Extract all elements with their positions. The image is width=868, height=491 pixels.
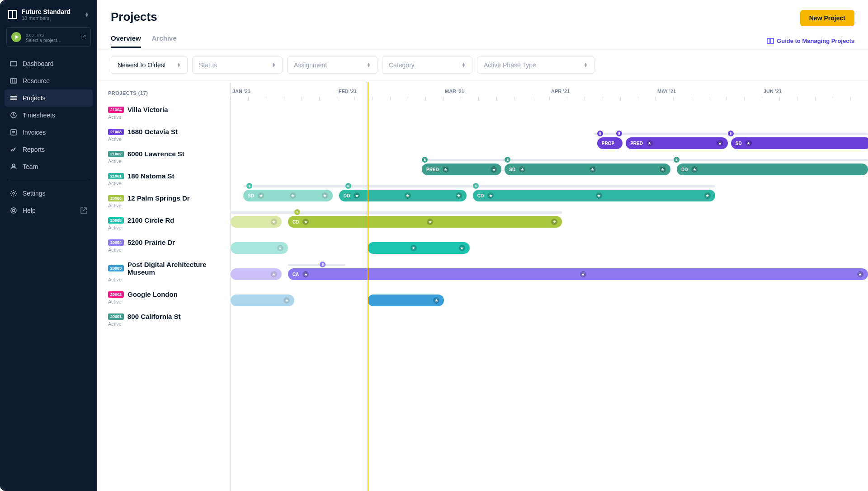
star-icon: ★ (459, 245, 465, 251)
nav-divider (8, 180, 89, 180)
star-icon: ★ (443, 166, 449, 173)
project-item[interactable]: 200052100 Circle RdActive (97, 212, 230, 234)
project-item[interactable]: 210026000 Lawrence StActive (97, 145, 230, 168)
svg-rect-4 (10, 98, 12, 98)
phase-bar[interactable]: ★ (231, 216, 282, 228)
phase-bar[interactable]: SD★★★ (505, 164, 670, 175)
guide-link[interactable]: Guide to Managing Projects (767, 37, 854, 48)
star-icon: ★ (580, 271, 586, 277)
milestone-dollar-icon: $ (422, 157, 428, 163)
timeline-row (231, 338, 868, 364)
phase-bar[interactable]: DD★ (677, 164, 868, 175)
star-icon: ★ (405, 192, 411, 199)
main-nav: Dashboard Resource Projects Timesheets I… (0, 55, 97, 175)
nav-team[interactable]: Team (5, 158, 93, 175)
project-name: 800 California St (127, 313, 181, 320)
project-item[interactable]: 21001180 Natoma StActive (97, 168, 230, 190)
status-filter[interactable]: Status▲▼ (192, 56, 283, 74)
nav-dashboard[interactable]: Dashboard (5, 55, 93, 72)
play-icon[interactable] (11, 32, 21, 42)
tab-archive[interactable]: Archive (152, 34, 177, 48)
external-link-icon (80, 207, 87, 214)
org-logo-icon (8, 10, 17, 19)
project-name: Google London (127, 290, 178, 298)
nav-projects[interactable]: Projects (5, 89, 93, 107)
chevron-updown-icon: ▲▼ (584, 63, 588, 67)
nav-timesheets[interactable]: Timesheets (5, 107, 93, 124)
project-id-badge: 21002 (108, 151, 124, 157)
project-id-badge: 20003 (108, 265, 124, 271)
nav-settings[interactable]: Settings (5, 185, 93, 202)
project-name: 2100 Circle Rd (127, 216, 174, 224)
star-icon: ★ (596, 192, 602, 199)
project-item[interactable]: 21004Villa VictoriaActive (97, 101, 230, 123)
timeline-row (231, 312, 868, 338)
timeline-month: JUN '21 (762, 82, 868, 100)
phase-bar[interactable]: SD★ (731, 137, 868, 149)
org-switcher[interactable]: Future Standard 18 members ▲▼ (0, 8, 97, 27)
star-icon: ★ (427, 219, 433, 225)
project-name: Villa Victoria (127, 106, 168, 113)
project-status: Active (108, 136, 219, 142)
nav-invoices[interactable]: Invoices (5, 124, 93, 141)
svg-rect-7 (12, 99, 17, 100)
sort-filter[interactable]: Newest to Oldest▲▼ (111, 56, 188, 74)
project-item[interactable]: 200045200 Prairie DrActive (97, 234, 230, 256)
phase-bar[interactable]: ★★ (368, 242, 470, 254)
nav-reports[interactable]: Reports (5, 141, 93, 158)
project-item[interactable]: 20001800 California StActive (97, 308, 230, 330)
milestone-dollar-icon: $ (294, 209, 300, 215)
project-status: Active (108, 203, 219, 208)
timeline[interactable]: JAN '21FEB '21MAR '21APR '21MAY '21JUN '… (231, 82, 868, 491)
chevron-updown-icon: ▲▼ (85, 12, 89, 17)
project-item[interactable]: 20002Google LondonActive (97, 286, 230, 308)
project-status: Active (108, 114, 219, 120)
project-name: 5200 Prairie Dr (127, 238, 175, 246)
project-item[interactable]: 20003Post Digital Architecture MuseumAct… (97, 256, 230, 286)
phase-bar[interactable]: PRED★★ (422, 164, 501, 175)
phase-bar[interactable]: CD★★★ (473, 190, 715, 201)
assignment-filter[interactable]: Assignment▲▼ (287, 56, 377, 74)
svg-rect-0 (10, 61, 17, 66)
svg-rect-6 (10, 99, 12, 100)
phase-bar[interactable]: ★ (231, 268, 282, 280)
svg-point-11 (13, 192, 14, 194)
timer-widget[interactable]: 0.00 HRS Select a project… (6, 27, 91, 47)
star-icon: ★ (857, 271, 863, 277)
phase-bar[interactable]: DD★★★ (339, 190, 467, 201)
chevron-updown-icon: ▲▼ (272, 63, 276, 67)
nav-help[interactable]: Help (5, 202, 93, 219)
svg-rect-3 (12, 96, 17, 97)
milestone-dollar-icon: $ (505, 157, 510, 163)
filters-row: Newest to Oldest▲▼ Status▲▼ Assignment▲▼… (97, 48, 868, 82)
svg-point-12 (11, 208, 16, 213)
project-status: Active (108, 159, 219, 164)
star-icon: ★ (277, 245, 283, 251)
phase-bar[interactable]: ★ (368, 295, 444, 306)
milestone-dollar-icon: $ (728, 131, 734, 136)
phase-bar[interactable]: CA★★★ (288, 268, 868, 280)
svg-rect-5 (12, 98, 17, 98)
star-icon: ★ (258, 192, 264, 199)
project-id-badge: 21003 (108, 129, 124, 135)
milestone-dollar-icon: $ (616, 131, 622, 136)
phase-bar[interactable]: PROP (597, 137, 623, 149)
phase-bar[interactable]: SD★★★ (243, 190, 332, 201)
project-name: 180 Natoma St (127, 172, 174, 180)
phase-bar[interactable]: ★ (231, 242, 288, 254)
timeline-row: $★CA★★★ (231, 259, 868, 285)
nav-resource[interactable]: Resource (5, 72, 93, 89)
phase-bar[interactable]: CD★★★ (288, 216, 562, 228)
chevron-updown-icon: ▲▼ (367, 63, 371, 67)
category-filter[interactable]: Category▲▼ (382, 56, 472, 74)
project-item[interactable]: 2000612 Palm Springs DrActive (97, 190, 230, 212)
main-content: Projects New Project Overview Archive Gu… (97, 0, 868, 491)
phase-bar[interactable]: PRED★★ (626, 137, 728, 149)
phase-filter[interactable]: Active Phase Type▲▼ (477, 56, 594, 74)
new-project-button[interactable]: New Project (800, 10, 854, 26)
project-name: Post Digital Architecture Museum (127, 261, 219, 276)
project-item[interactable]: 210031680 Octavia StActive (97, 123, 230, 145)
tab-overview[interactable]: Overview (111, 34, 141, 48)
star-icon: ★ (354, 192, 360, 199)
phase-bar[interactable]: ★ (231, 295, 294, 306)
